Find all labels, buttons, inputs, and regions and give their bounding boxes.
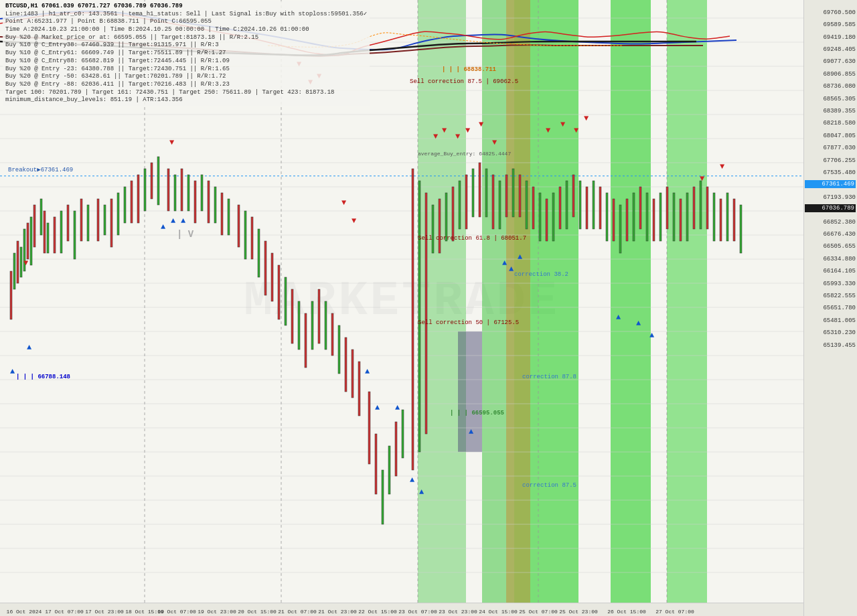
svg-rect-115 — [566, 181, 568, 229]
svg-rect-62 — [201, 175, 203, 211]
svg-text:▼: ▼ — [546, 126, 551, 135]
price-67361: 67361.469 — [805, 180, 856, 188]
svg-rect-65 — [221, 193, 223, 235]
svg-text:▲: ▲ — [469, 427, 474, 437]
svg-rect-51 — [124, 187, 126, 223]
price-67036: 67036.789 — [805, 204, 856, 212]
svg-rect-89 — [388, 446, 390, 494]
price-69760: 69760.500 — [805, 9, 856, 16]
svg-rect-54 — [144, 169, 146, 211]
price-65822: 65822.555 — [805, 293, 856, 299]
svg-rect-72 — [271, 253, 273, 301]
svg-rect-136 — [706, 187, 708, 229]
svg-rect-101 — [472, 169, 474, 217]
svg-text:▲: ▲ — [419, 487, 424, 497]
svg-text:▼: ▼ — [574, 126, 579, 135]
svg-rect-79 — [318, 289, 320, 343]
chart-title: BTCUSD,H1 67061.039 67071.727 67036.789 … — [5, 3, 367, 11]
time-6: 20 Oct 15:00 — [238, 609, 277, 615]
price-66852: 66852.380 — [805, 219, 856, 226]
svg-rect-81 — [331, 313, 333, 356]
svg-rect-82 — [338, 325, 340, 374]
info-line-3: Time A:2024.10.23 21:00:00 | Time B:2024… — [5, 26, 367, 34]
svg-rect-37 — [33, 205, 35, 247]
svg-rect-120 — [599, 187, 601, 229]
svg-rect-119 — [593, 181, 595, 229]
price-68906: 68906.855 — [805, 71, 856, 78]
svg-rect-91 — [402, 410, 404, 458]
svg-rect-127 — [646, 193, 648, 241]
svg-text:▲: ▲ — [502, 258, 508, 268]
svg-rect-52 — [131, 181, 133, 223]
svg-rect-88 — [382, 470, 384, 524]
info-line-2: Point A:65231.977 | Point B:68838.711 | … — [5, 18, 367, 26]
svg-text:▲: ▲ — [649, 331, 655, 340]
time-5: 19 Oct 23:00 — [198, 609, 236, 615]
svg-rect-63 — [208, 181, 210, 223]
svg-rect-133 — [686, 193, 688, 241]
svg-rect-114 — [559, 187, 561, 229]
svg-rect-103 — [485, 169, 487, 217]
svg-rect-96 — [439, 199, 441, 253]
svg-text:▼: ▼ — [465, 126, 471, 135]
price-67706: 67706.255 — [805, 157, 856, 164]
svg-rect-33 — [20, 247, 22, 277]
svg-rect-53 — [137, 175, 139, 223]
time-10: 23 Oct 07:00 — [398, 609, 437, 615]
svg-rect-105 — [499, 181, 501, 229]
svg-rect-78 — [311, 301, 313, 350]
annotation-sell-correction-87-5: Sell correction 87.5 | 69062.5 — [410, 78, 518, 85]
annotation-sell-correction-50: Sell correction 50 | 67125.5 — [418, 319, 519, 326]
svg-rect-55 — [151, 163, 153, 199]
svg-text:▲: ▲ — [509, 264, 514, 274]
svg-rect-140 — [733, 199, 735, 241]
svg-rect-84 — [352, 350, 354, 398]
svg-rect-45 — [80, 199, 82, 241]
annotation-iv: | V — [177, 229, 193, 240]
svg-text:▲: ▲ — [161, 222, 166, 232]
svg-rect-46 — [87, 205, 89, 241]
svg-rect-107 — [512, 169, 514, 217]
svg-text:▼: ▼ — [433, 132, 439, 141]
time-12: 24 Oct 15:00 — [479, 609, 518, 615]
svg-rect-123 — [619, 205, 621, 253]
price-69419: 69419.180 — [805, 34, 856, 41]
svg-text:▼: ▼ — [352, 216, 357, 226]
svg-rect-109 — [526, 181, 528, 229]
annotation-horizontal-label: average_Buy_entry: 64825.4447 — [418, 151, 511, 157]
svg-rect-42 — [60, 211, 62, 253]
svg-text:▲: ▲ — [518, 252, 523, 262]
info-line-6: Buy %10 @ C_Entry61: 66609.749 || Target… — [5, 50, 367, 58]
svg-rect-87 — [375, 434, 377, 494]
svg-rect-50 — [117, 193, 119, 235]
info-line-11: Target 100: 70201.789 | Target 161: 7243… — [5, 89, 367, 97]
svg-text:▲: ▲ — [10, 367, 15, 376]
info-line-5: Buy %10 @ C_Entry38: 67460.939 || Target… — [5, 42, 367, 50]
svg-rect-141 — [740, 205, 742, 253]
svg-rect-104 — [492, 175, 494, 229]
price-66334: 66334.880 — [805, 256, 856, 262]
chart-container: BTCUSD,H1 67061.039 67071.727 67036.789 … — [0, 0, 857, 616]
svg-rect-131 — [673, 193, 675, 241]
time-2: 17 Oct 23:00 — [85, 609, 124, 615]
info-line-1: Line:1483 | h1_atr_c0: 143.3561 | tema_h… — [5, 11, 367, 19]
svg-rect-31 — [13, 253, 15, 289]
svg-rect-71 — [264, 241, 266, 295]
info-line-9: Buy %20 @ Entry -50: 63428.61 || Target:… — [5, 73, 367, 81]
svg-text:▲: ▲ — [365, 367, 370, 376]
price-67877: 67877.030 — [805, 145, 856, 151]
svg-rect-40 — [47, 223, 49, 253]
svg-rect-48 — [104, 205, 106, 235]
info-panel: BTCUSD,H1 67061.039 67071.727 67036.789 … — [3, 1, 370, 106]
svg-rect-102 — [479, 163, 481, 217]
svg-text:▲: ▲ — [171, 216, 176, 226]
svg-rect-76 — [298, 301, 300, 350]
time-13: 25 Oct 07:00 — [519, 609, 558, 615]
price-68565: 68565.305 — [805, 96, 856, 102]
svg-rect-58 — [174, 175, 176, 211]
svg-rect-67 — [238, 205, 240, 247]
price-68218: 68218.580 — [805, 120, 856, 127]
svg-rect-32 — [17, 241, 19, 283]
price-66164: 66164.105 — [805, 268, 856, 275]
price-68047: 68047.805 — [805, 133, 856, 139]
